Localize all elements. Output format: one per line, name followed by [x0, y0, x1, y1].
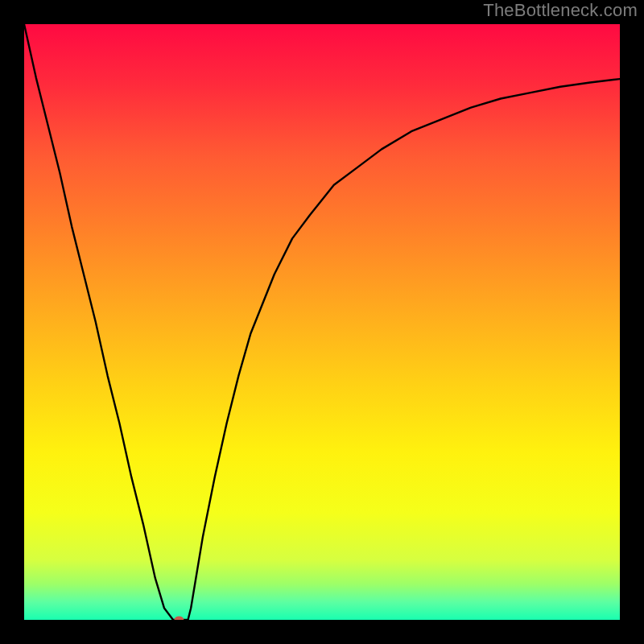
watermark-label: TheBottleneck.com	[483, 0, 638, 21]
plot-area	[24, 24, 620, 620]
gradient-background	[24, 24, 620, 620]
chart-frame: TheBottleneck.com	[0, 0, 644, 644]
chart-svg	[24, 24, 620, 620]
